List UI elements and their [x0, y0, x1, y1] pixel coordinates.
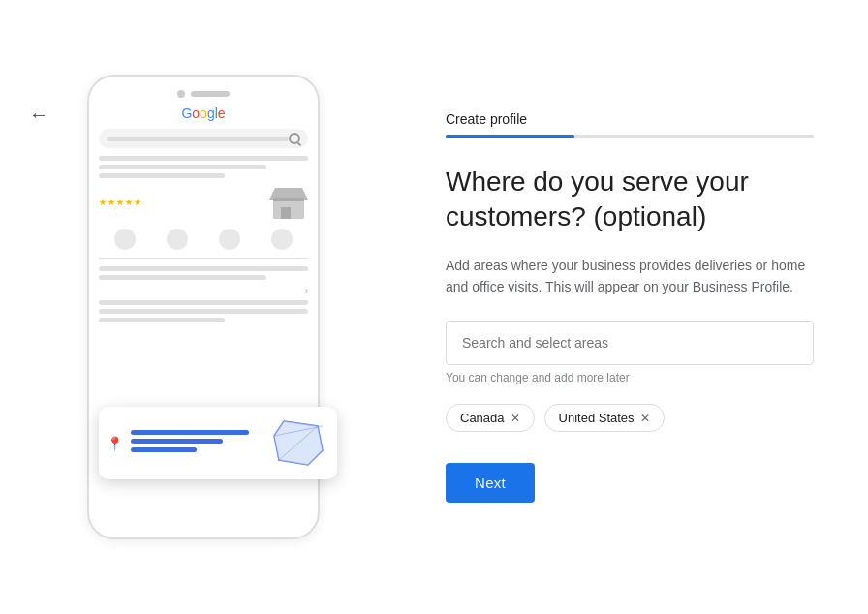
card-text-lines	[131, 430, 262, 456]
phone-line-3	[99, 173, 225, 178]
phone-line-8	[99, 318, 225, 322]
google-e: e	[218, 106, 226, 121]
phone-icon-directions	[167, 229, 188, 250]
chip-united-states-label: United States	[559, 411, 635, 425]
star-3	[116, 199, 124, 206]
chip-canada-label: Canada	[460, 411, 505, 425]
map-shape-icon	[269, 416, 327, 470]
phone-notch	[99, 90, 308, 98]
star-1	[99, 199, 107, 206]
phone-line-2	[99, 165, 266, 169]
chip-united-states: United States ✕	[544, 404, 665, 432]
phone-icon-call	[114, 229, 136, 250]
phone-search-bar	[99, 129, 308, 148]
right-panel: Create profile Where do you serve your c…	[407, 82, 868, 533]
chip-canada: Canada ✕	[446, 404, 535, 432]
card-line-2	[131, 439, 223, 444]
chips-row: Canada ✕ United States ✕	[446, 404, 814, 432]
page-description: Add areas where your business provides d…	[446, 255, 814, 298]
google-g2: g	[207, 106, 215, 121]
svg-rect-3	[273, 198, 304, 201]
next-button[interactable]: Next	[446, 463, 535, 503]
phone-divider	[99, 258, 308, 259]
progress-section: Create profile	[446, 111, 829, 138]
star-2	[108, 199, 115, 206]
phone-icon-save	[219, 229, 240, 250]
progress-bar-container	[446, 135, 814, 138]
phone-line-5	[99, 275, 266, 280]
progress-label: Create profile	[446, 111, 829, 127]
phone-line-6	[99, 300, 308, 305]
google-o1: o	[192, 106, 200, 121]
google-logo: Google	[99, 106, 308, 121]
google-g: G	[181, 106, 192, 121]
phone-icon-row	[99, 229, 308, 250]
store-icon	[269, 184, 308, 221]
progress-bar-fill	[446, 135, 574, 138]
card-pin-icon: 📍	[107, 436, 123, 451]
phone-search-icon	[289, 133, 300, 144]
left-panel: ← Google	[0, 75, 407, 539]
card-line-1	[131, 430, 249, 435]
phone-stars	[99, 199, 141, 206]
back-button[interactable]: ←	[29, 104, 48, 126]
chip-united-states-remove[interactable]: ✕	[640, 413, 650, 424]
phone-result-lines	[99, 156, 308, 178]
phone-line-7	[99, 309, 308, 314]
chip-canada-remove[interactable]: ✕	[511, 413, 520, 424]
phone-line-1	[99, 156, 308, 161]
google-o2: o	[200, 106, 207, 121]
star-5	[134, 199, 141, 206]
phone-bottom-lines	[99, 300, 308, 322]
svg-rect-1	[281, 207, 291, 219]
page-container: ← Google	[0, 0, 868, 614]
phone-rating-row	[99, 184, 308, 221]
card-line-3	[131, 447, 197, 452]
phone-camera	[177, 90, 185, 98]
phone-icon-share	[271, 229, 293, 250]
helper-text: You can change and add more later	[446, 371, 814, 384]
phone-more-lines	[99, 266, 308, 280]
phone-line-4	[99, 266, 308, 271]
phone-search-line	[107, 137, 289, 141]
phone-illustration: Google	[87, 75, 320, 539]
search-input[interactable]	[446, 321, 814, 365]
phone-chevron: ›	[99, 286, 308, 296]
phone-speaker	[191, 91, 230, 97]
star-4	[125, 199, 133, 206]
card-overlay: 📍	[99, 407, 337, 479]
page-title: Where do you serve your customers? (opti…	[446, 165, 814, 235]
